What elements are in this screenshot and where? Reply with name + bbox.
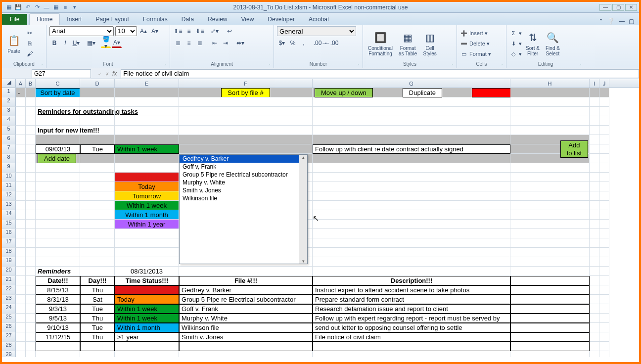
cell[interactable]: Add date: [36, 154, 80, 163]
cell[interactable]: [26, 276, 36, 285]
cell[interactable]: [80, 220, 115, 229]
cell[interactable]: [510, 116, 590, 126]
underline-button[interactable]: U▾: [71, 38, 81, 48]
cell[interactable]: [26, 257, 36, 267]
cell[interactable]: [16, 351, 26, 357]
cell[interactable]: [36, 201, 80, 210]
tab-view[interactable]: View: [234, 14, 261, 25]
undo-icon[interactable]: ↶: [24, 3, 32, 11]
cell[interactable]: [80, 126, 115, 135]
cell[interactable]: [313, 220, 510, 229]
cell[interactable]: [599, 238, 609, 248]
cell[interactable]: [510, 257, 590, 267]
cell[interactable]: [510, 182, 590, 191]
row-header[interactable]: 5: [2, 126, 16, 135]
find-select-button[interactable]: 🔍Find & Select: [544, 30, 562, 57]
cell[interactable]: [313, 342, 510, 351]
row-header[interactable]: 12: [2, 191, 16, 201]
dropdown-option[interactable]: Gedfrey v. Barker: [180, 155, 299, 163]
cell[interactable]: Past Due: [115, 285, 179, 295]
cell[interactable]: File #!!!: [179, 276, 313, 285]
cell[interactable]: [590, 342, 599, 351]
cell[interactable]: [590, 182, 599, 191]
cell[interactable]: [590, 135, 599, 144]
insert-cells-button[interactable]: ➕Insert ▾: [460, 28, 491, 38]
format-as-table-button[interactable]: ▦Format as Table: [397, 30, 419, 57]
tab-insert[interactable]: Insert: [60, 14, 89, 25]
cell[interactable]: Description!!!: [313, 276, 510, 285]
cell[interactable]: Tue: [80, 323, 115, 332]
cell[interactable]: [26, 229, 36, 238]
cell[interactable]: [599, 323, 609, 332]
row-header[interactable]: 23: [2, 295, 16, 304]
row-header[interactable]: 13: [2, 201, 16, 210]
cell[interactable]: Sat: [80, 295, 115, 304]
close-button[interactable]: ✕: [625, 4, 637, 11]
cell[interactable]: Murphy v. White: [179, 314, 313, 323]
cell[interactable]: [313, 107, 510, 116]
cell[interactable]: [510, 323, 590, 332]
cell[interactable]: [115, 248, 179, 257]
move-up-down-button[interactable]: Move up / down: [315, 88, 373, 97]
cell[interactable]: [313, 248, 510, 257]
cell[interactable]: [26, 173, 36, 182]
cell[interactable]: [80, 135, 115, 144]
cell[interactable]: Within 1 week: [115, 314, 179, 323]
cell[interactable]: [26, 144, 36, 154]
row-header[interactable]: 8: [2, 154, 16, 163]
row-header[interactable]: 9: [2, 163, 16, 173]
cell[interactable]: [590, 285, 599, 295]
cell[interactable]: [590, 126, 599, 135]
row-header[interactable]: 20: [2, 267, 16, 276]
cell[interactable]: Research defamation issue and report to …: [313, 304, 510, 314]
orientation-icon[interactable]: ⤢▾: [210, 26, 220, 36]
fill-button[interactable]: ⬇▾: [509, 39, 522, 48]
row-header[interactable]: 1: [2, 88, 16, 97]
row-header[interactable]: 25: [2, 314, 16, 323]
cell[interactable]: [179, 116, 313, 126]
cell[interactable]: [599, 314, 609, 323]
cell[interactable]: [16, 229, 26, 238]
font-size-select[interactable]: 10: [115, 26, 137, 36]
cell[interactable]: [26, 135, 36, 144]
cell[interactable]: [590, 97, 599, 107]
cell[interactable]: [26, 88, 36, 97]
cell[interactable]: [26, 220, 36, 229]
cell[interactable]: [36, 116, 80, 126]
cell[interactable]: [590, 351, 599, 357]
cell[interactable]: [599, 163, 609, 173]
cell[interactable]: [590, 210, 599, 220]
fx-icon[interactable]: fx: [94, 70, 121, 77]
cell[interactable]: [115, 229, 179, 238]
cell[interactable]: Tomorrow: [115, 191, 179, 201]
cell[interactable]: Move up / downDuplicateMove to completed: [313, 88, 510, 97]
cell[interactable]: [16, 295, 26, 304]
merge-center-icon[interactable]: ⬌▾: [235, 38, 245, 48]
wrap-text-icon[interactable]: ↩: [225, 26, 234, 36]
cell[interactable]: [510, 276, 590, 285]
cell[interactable]: Instruct expert to attend accident scene…: [313, 285, 510, 295]
cell[interactable]: [313, 191, 510, 201]
cell[interactable]: [115, 342, 179, 351]
cell[interactable]: [590, 248, 599, 257]
cell[interactable]: Follow up with expert regarding report -…: [313, 314, 510, 323]
conditional-formatting-button[interactable]: 🔲Conditional Formatting: [366, 30, 395, 57]
format-painter-icon[interactable]: 🖌: [25, 49, 35, 59]
cell[interactable]: [16, 257, 26, 267]
cell[interactable]: [16, 182, 26, 191]
cell[interactable]: [16, 144, 26, 154]
cell[interactable]: [26, 332, 36, 342]
cell[interactable]: [510, 332, 590, 342]
maximize-button[interactable]: ▢: [612, 4, 624, 11]
sort-filter-button[interactable]: ⇅Sort & Filter: [524, 30, 542, 57]
cell[interactable]: [80, 342, 115, 351]
cell[interactable]: [313, 154, 510, 163]
cell[interactable]: [16, 191, 26, 201]
scrollbar[interactable]: ▴▾: [299, 155, 307, 264]
tab-review[interactable]: Review: [201, 14, 234, 25]
cell[interactable]: [80, 267, 115, 276]
cell[interactable]: [179, 107, 313, 116]
cell[interactable]: Thu: [80, 314, 115, 323]
cell[interactable]: Wilkinson file: [179, 323, 313, 332]
cell[interactable]: [599, 201, 609, 210]
